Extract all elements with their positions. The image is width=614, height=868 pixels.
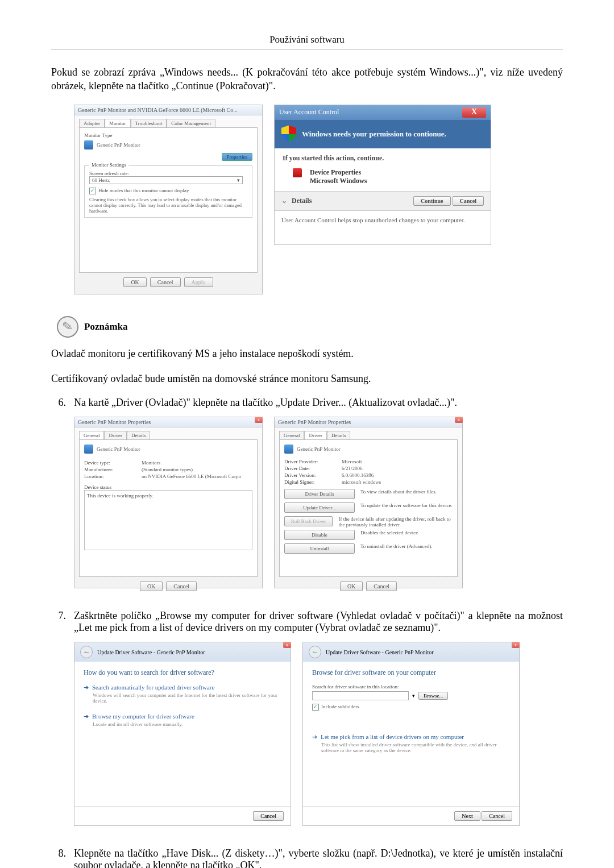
details-toggle[interactable]: Details xyxy=(292,197,312,205)
uac-banner-text: Windows needs your permission to contion… xyxy=(302,130,446,139)
device-type-value: Monitors xyxy=(142,460,160,466)
tab-driver[interactable]: Driver xyxy=(104,431,127,439)
shield-icon xyxy=(281,126,296,143)
driver-details-button[interactable]: Driver Details xyxy=(284,489,355,499)
monitor-icon xyxy=(84,140,93,149)
tab-troubleshoot[interactable]: Troubleshoot xyxy=(131,119,167,127)
close-icon[interactable]: x xyxy=(255,417,263,423)
close-icon[interactable]: x xyxy=(512,642,520,648)
monitor-icon xyxy=(84,445,93,454)
cancel-button[interactable]: Cancel xyxy=(150,277,181,287)
dialog-tabstrip: Adapter Monitor Troubleshoot Color Manag… xyxy=(79,119,258,127)
tab-adapter[interactable]: Adapter xyxy=(79,119,105,127)
list-item-7: 7. Zaškrtněte políčko „Browse my compute… xyxy=(51,610,563,634)
option-browse-desc: Locate and install driver software manua… xyxy=(93,721,281,727)
search-location-label: Search for driver software in this locat… xyxy=(312,684,510,690)
note-line-1: Ovladač monitoru je certifikovaný MS a j… xyxy=(51,347,563,360)
option-auto-search-text: Search automatically for updated driver … xyxy=(92,684,214,691)
option-let-me-pick-desc: This list will show installed driver sof… xyxy=(321,742,510,753)
manufacturer-label: Manufacturer: xyxy=(84,467,138,472)
browse-button[interactable]: Browse... xyxy=(418,692,448,700)
location-value: on NVIDIA GeForce 6600 LE (Microsoft Cor… xyxy=(142,474,241,479)
note-label: Poznámka xyxy=(84,321,128,333)
uac-if-started: If you started this action, continue. xyxy=(283,154,483,163)
ok-button[interactable]: OK xyxy=(340,582,363,591)
driver-provider-value: Microsoft xyxy=(342,459,362,464)
pencil-icon: ✎ xyxy=(55,314,80,339)
next-button[interactable]: Next xyxy=(454,811,480,821)
driver-date-label: Driver Date: xyxy=(284,466,338,471)
dialog-titlebar: Generic PnP Monitor Properties xyxy=(74,417,262,427)
digital-signer-label: Digital Signer: xyxy=(284,479,338,485)
update-driver-wizard-search: x ← Update Driver Software - Generic PnP… xyxy=(74,642,291,826)
wizard-heading: Browse for driver software on your compu… xyxy=(312,668,510,677)
device-properties-driver-dialog: x Generic PnP Monitor Properties General… xyxy=(274,417,463,588)
option-let-me-pick[interactable]: ➔Let me pick from a list of device drive… xyxy=(312,733,510,741)
tab-monitor[interactable]: Monitor xyxy=(105,119,131,127)
page-header: Používání softwaru xyxy=(51,34,563,45)
cancel-button[interactable]: Cancel xyxy=(253,811,284,821)
cancel-button[interactable]: Cancel xyxy=(366,582,397,591)
location-input[interactable] xyxy=(312,691,409,700)
refresh-rate-label: Screen refresh rate: xyxy=(89,171,247,176)
option-browse[interactable]: ➔Browse my computer for driver software xyxy=(84,713,281,720)
chevron-down-icon[interactable]: ▾ xyxy=(412,693,415,699)
tab-details[interactable]: Details xyxy=(127,431,151,439)
cancel-button[interactable]: Cancel xyxy=(453,196,484,206)
dialog-titlebar: Generic PnP Monitor Properties xyxy=(275,417,462,427)
manufacturer-value: (Standard monitor types) xyxy=(142,467,193,472)
list-text: Klepněte na tlačítko „Have Disk... (Z di… xyxy=(74,848,563,868)
rollback-driver-button[interactable]: Roll Back Driver xyxy=(284,516,333,526)
monitor-properties-dialog: Generic PnP Monitor and NVIDIA GeForce 6… xyxy=(74,105,263,294)
close-icon[interactable]: x xyxy=(455,417,463,423)
refresh-rate-select[interactable]: 60 Hertz ▾ xyxy=(89,176,243,184)
update-driver-wizard-browse: x ← Update Driver Software - Generic PnP… xyxy=(302,642,520,826)
chevron-down-icon[interactable]: ⌄ xyxy=(281,197,287,205)
wizard-title: Update Driver Software - Generic PnP Mon… xyxy=(97,649,205,655)
hide-modes-note: Clearing this check box allows you to se… xyxy=(89,197,247,214)
driver-version-label: Driver Version: xyxy=(284,472,338,478)
uac-dialog: User Account Control X Windows needs you… xyxy=(274,105,491,245)
list-item-6: 6. Na kartě „Driver (Ovladač)" klepněte … xyxy=(51,397,563,409)
screenshot-row-3: x ← Update Driver Software - Generic PnP… xyxy=(74,642,563,826)
monitor-icon xyxy=(284,445,293,454)
device-name: Generic PnP Monitor xyxy=(97,446,140,452)
uac-program-name: Device Properties xyxy=(310,168,367,177)
list-number: 7. xyxy=(51,610,69,634)
tab-driver[interactable]: Driver xyxy=(304,431,327,439)
apply-button[interactable]: Apply xyxy=(184,277,213,287)
list-number: 8. xyxy=(51,848,69,868)
note-line-2: Certifikovaný ovladač bude umístěn na do… xyxy=(51,372,563,385)
wizard-question: How do you want to search for driver sof… xyxy=(84,668,281,677)
hide-modes-checkbox[interactable]: ✓ xyxy=(89,188,96,194)
option-auto-search[interactable]: ➔Search automatically for updated driver… xyxy=(84,684,281,691)
tab-general[interactable]: General xyxy=(279,431,304,439)
continue-button[interactable]: Continue xyxy=(413,196,450,206)
close-icon[interactable]: x xyxy=(283,642,291,648)
cancel-button[interactable]: Cancel xyxy=(482,811,512,821)
list-text: Zaškrtněte políčko „Browse my computer f… xyxy=(74,610,563,634)
include-subfolders-checkbox[interactable]: ✓ xyxy=(312,704,319,711)
dialog-titlebar: Generic PnP Monitor and NVIDIA GeForce 6… xyxy=(74,105,262,115)
update-driver-button[interactable]: Update Driver... xyxy=(284,502,355,513)
refresh-rate-value: 60 Hertz xyxy=(92,177,110,183)
disable-button[interactable]: Disable xyxy=(284,530,355,540)
close-icon[interactable]: X xyxy=(462,107,486,118)
tab-details[interactable]: Details xyxy=(327,431,351,439)
ok-button[interactable]: OK xyxy=(123,277,146,287)
back-icon[interactable]: ← xyxy=(309,646,321,658)
driver-date-value: 6/21/2006 xyxy=(342,466,363,471)
uac-titlebar: User Account Control X xyxy=(275,105,491,120)
header-rule xyxy=(51,49,563,49)
note-block: ✎ Poznámka xyxy=(51,316,563,338)
tab-color-management[interactable]: Color Management xyxy=(167,119,215,127)
tab-general[interactable]: General xyxy=(79,431,104,439)
wizard-title: Update Driver Software - Generic PnP Mon… xyxy=(326,649,434,655)
location-label: Location: xyxy=(84,474,138,479)
ok-button[interactable]: OK xyxy=(140,582,163,591)
uninstall-button[interactable]: Uninstall xyxy=(284,543,355,554)
cancel-button[interactable]: Cancel xyxy=(166,582,197,591)
properties-button[interactable]: Properties xyxy=(222,153,253,161)
program-icon xyxy=(293,168,302,177)
back-icon[interactable]: ← xyxy=(80,646,93,658)
